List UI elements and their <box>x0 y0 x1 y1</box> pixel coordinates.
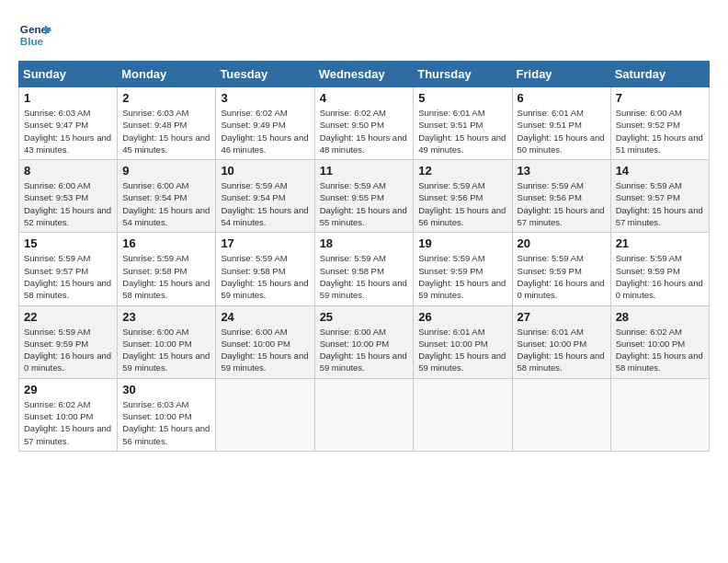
calendar-cell: 14 Sunrise: 5:59 AM Sunset: 9:57 PM Dayl… <box>610 160 709 233</box>
day-info: Sunrise: 5:59 AM Sunset: 9:58 PM Dayligh… <box>221 252 309 301</box>
day-number: 2 <box>122 91 210 105</box>
calendar-cell: 30 Sunrise: 6:03 AM Sunset: 10:00 PM Day… <box>118 378 216 451</box>
calendar-cell: 13 Sunrise: 5:59 AM Sunset: 9:56 PM Dayl… <box>512 160 610 233</box>
day-number: 23 <box>122 310 210 324</box>
page-header: General Blue <box>18 18 710 52</box>
calendar-cell: 18 Sunrise: 5:59 AM Sunset: 9:58 PM Dayl… <box>314 233 414 305</box>
calendar-cell: 6 Sunrise: 6:01 AM Sunset: 9:51 PM Dayli… <box>512 87 610 160</box>
calendar-cell: 15 Sunrise: 5:59 AM Sunset: 9:57 PM Dayl… <box>19 233 118 305</box>
day-info: Sunrise: 6:00 AM Sunset: 10:00 PM Daylig… <box>320 326 409 374</box>
calendar-week-row: 15 Sunrise: 5:59 AM Sunset: 9:57 PM Dayl… <box>19 233 710 305</box>
calendar-cell: 2 Sunrise: 6:03 AM Sunset: 9:48 PM Dayli… <box>118 87 216 160</box>
day-info: Sunrise: 5:59 AM Sunset: 9:59 PM Dayligh… <box>518 252 606 301</box>
day-info: Sunrise: 6:03 AM Sunset: 9:47 PM Dayligh… <box>24 107 112 155</box>
day-info: Sunrise: 6:01 AM Sunset: 9:51 PM Dayligh… <box>518 107 606 155</box>
calendar-cell: 12 Sunrise: 5:59 AM Sunset: 9:56 PM Dayl… <box>414 160 512 233</box>
calendar-cell: 17 Sunrise: 5:59 AM Sunset: 9:58 PM Dayl… <box>216 233 314 305</box>
svg-text:Blue: Blue <box>20 35 44 47</box>
day-info: Sunrise: 5:59 AM Sunset: 9:59 PM Dayligh… <box>418 252 506 301</box>
calendar-cell <box>216 378 314 451</box>
day-number: 1 <box>24 91 112 105</box>
day-info: Sunrise: 5:59 AM Sunset: 9:56 PM Dayligh… <box>418 179 506 228</box>
calendar-cell: 10 Sunrise: 5:59 AM Sunset: 9:54 PM Dayl… <box>216 160 314 233</box>
day-info: Sunrise: 6:03 AM Sunset: 9:48 PM Dayligh… <box>122 107 210 155</box>
calendar-cell: 23 Sunrise: 6:00 AM Sunset: 10:00 PM Day… <box>118 305 216 378</box>
day-info: Sunrise: 5:59 AM Sunset: 9:56 PM Dayligh… <box>518 179 606 228</box>
day-number: 10 <box>221 164 309 178</box>
day-number: 7 <box>616 91 704 105</box>
calendar-week-row: 1 Sunrise: 6:03 AM Sunset: 9:47 PM Dayli… <box>19 87 710 160</box>
calendar-cell <box>314 378 414 451</box>
calendar-cell: 19 Sunrise: 5:59 AM Sunset: 9:59 PM Dayl… <box>414 233 512 305</box>
day-info: Sunrise: 5:59 AM Sunset: 9:58 PM Dayligh… <box>320 252 409 301</box>
calendar-cell: 7 Sunrise: 6:00 AM Sunset: 9:52 PM Dayli… <box>610 87 709 160</box>
day-info: Sunrise: 6:02 AM Sunset: 9:49 PM Dayligh… <box>221 107 309 155</box>
calendar-header-row: SundayMondayTuesdayWednesdayThursdayFrid… <box>19 62 710 87</box>
day-info: Sunrise: 5:59 AM Sunset: 9:55 PM Dayligh… <box>320 179 409 228</box>
calendar-week-row: 8 Sunrise: 6:00 AM Sunset: 9:53 PM Dayli… <box>19 160 710 233</box>
calendar-cell: 20 Sunrise: 5:59 AM Sunset: 9:59 PM Dayl… <box>512 233 610 305</box>
day-info: Sunrise: 5:59 AM Sunset: 9:59 PM Dayligh… <box>24 326 112 374</box>
day-number: 28 <box>616 310 704 324</box>
calendar-cell: 4 Sunrise: 6:02 AM Sunset: 9:50 PM Dayli… <box>314 87 414 160</box>
calendar-cell: 8 Sunrise: 6:00 AM Sunset: 9:53 PM Dayli… <box>19 160 118 233</box>
day-info: Sunrise: 5:59 AM Sunset: 9:57 PM Dayligh… <box>24 252 112 301</box>
day-info: Sunrise: 6:02 AM Sunset: 10:00 PM Daylig… <box>616 326 704 374</box>
day-number: 11 <box>320 164 409 178</box>
calendar-cell: 22 Sunrise: 5:59 AM Sunset: 9:59 PM Dayl… <box>19 305 118 378</box>
day-number: 27 <box>518 310 606 324</box>
calendar-header-tuesday: Tuesday <box>216 62 314 87</box>
day-number: 17 <box>221 236 309 250</box>
day-number: 4 <box>320 91 409 105</box>
calendar-header-monday: Monday <box>118 62 216 87</box>
day-number: 15 <box>24 236 112 250</box>
calendar-cell: 9 Sunrise: 6:00 AM Sunset: 9:54 PM Dayli… <box>118 160 216 233</box>
calendar-cell: 25 Sunrise: 6:00 AM Sunset: 10:00 PM Day… <box>314 305 414 378</box>
calendar-cell <box>414 378 512 451</box>
calendar-week-row: 22 Sunrise: 5:59 AM Sunset: 9:59 PM Dayl… <box>19 305 710 378</box>
calendar-cell: 1 Sunrise: 6:03 AM Sunset: 9:47 PM Dayli… <box>19 87 118 160</box>
calendar-header-friday: Friday <box>512 62 610 87</box>
day-info: Sunrise: 6:01 AM Sunset: 10:00 PM Daylig… <box>418 326 506 374</box>
calendar-header-saturday: Saturday <box>610 62 709 87</box>
day-number: 12 <box>418 164 506 178</box>
day-info: Sunrise: 6:02 AM Sunset: 10:00 PM Daylig… <box>24 398 112 447</box>
calendar-header-thursday: Thursday <box>414 62 512 87</box>
calendar-week-row: 29 Sunrise: 6:02 AM Sunset: 10:00 PM Day… <box>19 378 710 451</box>
day-number: 24 <box>221 310 309 324</box>
day-number: 22 <box>24 310 112 324</box>
day-info: Sunrise: 6:00 AM Sunset: 10:00 PM Daylig… <box>122 326 210 374</box>
day-info: Sunrise: 6:00 AM Sunset: 9:54 PM Dayligh… <box>122 179 210 228</box>
calendar-header-sunday: Sunday <box>19 62 118 87</box>
day-number: 14 <box>616 164 704 178</box>
calendar-cell: 5 Sunrise: 6:01 AM Sunset: 9:51 PM Dayli… <box>414 87 512 160</box>
calendar-cell: 29 Sunrise: 6:02 AM Sunset: 10:00 PM Day… <box>19 378 118 451</box>
day-number: 21 <box>616 236 704 250</box>
day-info: Sunrise: 6:02 AM Sunset: 9:50 PM Dayligh… <box>320 107 409 155</box>
logo: General Blue <box>18 18 55 52</box>
calendar-table: SundayMondayTuesdayWednesdayThursdayFrid… <box>18 61 710 452</box>
calendar-cell <box>610 378 709 451</box>
day-info: Sunrise: 6:01 AM Sunset: 10:00 PM Daylig… <box>518 326 606 374</box>
day-info: Sunrise: 6:00 AM Sunset: 10:00 PM Daylig… <box>221 326 309 374</box>
day-info: Sunrise: 5:59 AM Sunset: 9:54 PM Dayligh… <box>221 179 309 228</box>
day-number: 29 <box>24 383 112 396</box>
calendar-cell: 27 Sunrise: 6:01 AM Sunset: 10:00 PM Day… <box>512 305 610 378</box>
calendar-cell: 16 Sunrise: 5:59 AM Sunset: 9:58 PM Dayl… <box>118 233 216 305</box>
day-number: 8 <box>24 164 112 178</box>
day-number: 13 <box>518 164 606 178</box>
day-number: 26 <box>418 310 506 324</box>
day-number: 3 <box>221 91 309 105</box>
day-info: Sunrise: 5:59 AM Sunset: 9:58 PM Dayligh… <box>122 252 210 301</box>
logo-icon: General Blue <box>18 18 51 52</box>
calendar-cell: 24 Sunrise: 6:00 AM Sunset: 10:00 PM Day… <box>216 305 314 378</box>
day-info: Sunrise: 5:59 AM Sunset: 9:59 PM Dayligh… <box>616 252 704 301</box>
day-number: 18 <box>320 236 409 250</box>
day-number: 25 <box>320 310 409 324</box>
day-info: Sunrise: 5:59 AM Sunset: 9:57 PM Dayligh… <box>616 179 704 228</box>
day-info: Sunrise: 6:00 AM Sunset: 9:52 PM Dayligh… <box>616 107 704 155</box>
day-info: Sunrise: 6:00 AM Sunset: 9:53 PM Dayligh… <box>24 179 112 228</box>
day-number: 20 <box>518 236 606 250</box>
day-info: Sunrise: 6:01 AM Sunset: 9:51 PM Dayligh… <box>418 107 506 155</box>
day-number: 30 <box>122 383 210 396</box>
